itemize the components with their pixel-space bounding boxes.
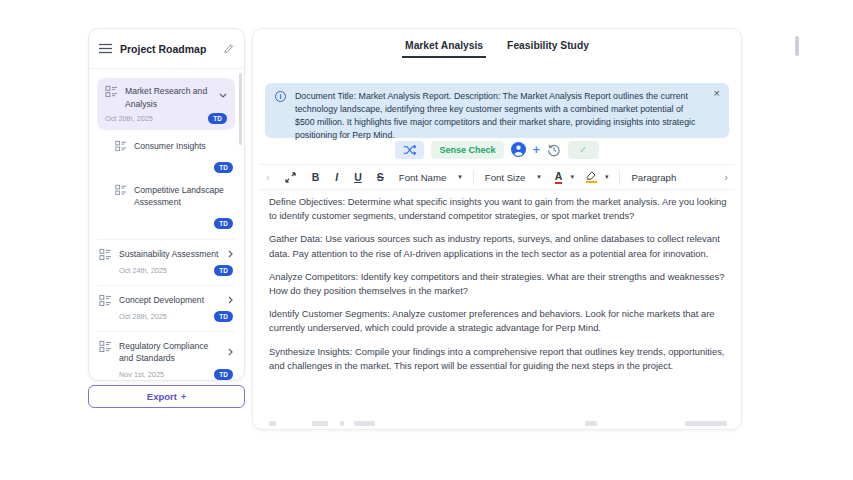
cutoff-next-section	[269, 420, 727, 426]
doc-paragraph: Analyze Competitors: Identify key compet…	[269, 270, 733, 298]
status-badge: TD	[214, 369, 233, 380]
project-roadmap-panel: Project Roadmap Market Research and Anal…	[88, 28, 245, 381]
page-scrollbar[interactable]	[795, 36, 799, 56]
toolbar-divider	[473, 170, 474, 185]
sidebar-item-consumer-insights[interactable]: Consumer Insights TD	[115, 140, 235, 174]
tab-market-analysis[interactable]: Market Analysis	[402, 36, 486, 58]
panel-title: Project Roadmap	[120, 43, 215, 55]
item-date: Oct 20th, 2025	[105, 114, 153, 123]
document-panel: Market Analysis Feasibility Study i Docu…	[252, 28, 742, 430]
item-label: Consumer Insights	[134, 140, 235, 153]
caret-down-icon: ▾	[570, 173, 574, 181]
roadmap-item-list: Market Research and Analysis Oct 20th, 2…	[89, 70, 244, 380]
doc-paragraph: Identify Customer Segments: Analyze cust…	[269, 307, 733, 335]
font-color-dropdown[interactable]: A ▾	[555, 171, 574, 184]
document-info-banner: i Document Title: Market Analysis Report…	[265, 83, 729, 138]
font-name-dropdown[interactable]: Font Name ▾	[399, 172, 462, 183]
item-label: Competitive Landscape Assessment	[134, 184, 235, 209]
task-node-icon	[115, 184, 127, 196]
tab-bar: Market Analysis Feasibility Study	[253, 36, 741, 58]
highlight-color-dropdown[interactable]: ▾	[586, 171, 609, 183]
menu-icon[interactable]	[99, 43, 112, 54]
sidebar-item-competitive-landscape[interactable]: Competitive Landscape Assessment TD	[115, 184, 235, 230]
task-node-icon	[99, 294, 112, 307]
toolbar-prev-icon[interactable]: ‹	[266, 171, 270, 183]
shuffle-icon	[403, 145, 416, 155]
sidebar-item-concept-development[interactable]: Concept Development Oct 28th, 2025 TD	[97, 285, 235, 322]
status-badge: TD	[208, 113, 227, 124]
status-badge: TD	[214, 218, 233, 229]
font-color-button: A	[555, 171, 563, 184]
add-icon[interactable]: +	[533, 143, 541, 156]
task-node-icon	[105, 85, 118, 98]
chevron-right-icon[interactable]	[228, 348, 233, 356]
status-badge: TD	[214, 162, 233, 173]
task-node-icon	[99, 248, 112, 261]
shuffle-button[interactable]	[395, 141, 424, 159]
tab-feasibility-study[interactable]: Feasibility Study	[504, 36, 592, 58]
expand-icon[interactable]	[285, 172, 296, 183]
banner-close-icon[interactable]: ×	[714, 87, 720, 100]
sidebar-item-market-research[interactable]: Market Research and Analysis Oct 20th, 2…	[97, 78, 235, 130]
status-badge: TD	[214, 311, 233, 322]
task-node-icon	[115, 140, 127, 152]
item-date: Nov 1st, 2025	[119, 370, 164, 379]
font-name-label: Font Name	[399, 172, 446, 183]
highlight-icon	[586, 171, 597, 183]
task-node-icon	[99, 340, 112, 353]
sidebar-scrollbar[interactable]	[239, 73, 242, 145]
font-size-dropdown[interactable]: Font Size ▾	[485, 172, 541, 183]
item-date: Oct 24th, 2025	[119, 266, 167, 275]
doc-paragraph: Synthesize Insights: Compile your findin…	[269, 345, 733, 373]
approve-check-icon[interactable]: ✓	[568, 141, 598, 159]
formatting-toolbar: ‹ B I U S Font Name ▾ Font Size ▾ A ▾	[259, 164, 735, 190]
chevron-right-icon[interactable]	[228, 296, 233, 304]
info-icon: i	[275, 91, 286, 102]
doc-paragraph: Gather Data: Use various sources such as…	[269, 232, 733, 260]
status-badge: TD	[214, 265, 233, 276]
toolbar-divider	[619, 170, 620, 185]
chevron-right-icon[interactable]	[228, 250, 233, 258]
font-size-label: Font Size	[485, 172, 526, 183]
item-label: Regulatory Compliance and Standards	[119, 340, 221, 365]
italic-button[interactable]: I	[335, 171, 338, 183]
caret-down-icon: ▾	[605, 173, 609, 181]
user-icon[interactable]	[511, 142, 526, 157]
bold-button[interactable]: B	[312, 171, 320, 183]
document-body[interactable]: Define Objectives: Determine what specif…	[269, 195, 733, 382]
history-icon[interactable]	[547, 143, 561, 157]
edit-pencil-icon[interactable]	[223, 43, 234, 54]
export-label: Export	[147, 391, 177, 402]
caret-down-icon: ▾	[458, 173, 462, 181]
export-button[interactable]: Export +	[88, 385, 245, 408]
chevron-down-icon[interactable]	[219, 93, 227, 98]
sidebar-item-sustainability[interactable]: Sustainability Assessment Oct 24th, 2025…	[97, 239, 235, 276]
toolbar-next-icon[interactable]: ›	[724, 171, 728, 183]
app-window: Project Roadmap Market Research and Anal…	[0, 0, 853, 480]
caret-down-icon: ▾	[537, 173, 541, 181]
strikethrough-button[interactable]: S	[377, 171, 384, 183]
doc-paragraph: Define Objectives: Determine what specif…	[269, 195, 733, 223]
sidebar-header: Project Roadmap	[89, 29, 244, 69]
sidebar-item-regulatory-compliance[interactable]: Regulatory Compliance and Standards Nov …	[97, 331, 235, 380]
underline-button[interactable]: U	[354, 171, 362, 183]
item-label: Sustainability Assessment	[119, 248, 221, 261]
paragraph-dropdown[interactable]: Paragraph	[631, 172, 676, 183]
ai-action-row: Sense Check + ✓	[253, 140, 741, 159]
export-plus-icon: +	[181, 392, 186, 402]
item-date: Oct 28th, 2025	[119, 312, 167, 321]
item-label: Concept Development	[119, 294, 221, 307]
banner-text: Document Title: Market Analysis Report. …	[295, 91, 695, 140]
sense-check-button[interactable]: Sense Check	[431, 141, 503, 159]
item-label: Market Research and Analysis	[125, 85, 212, 110]
